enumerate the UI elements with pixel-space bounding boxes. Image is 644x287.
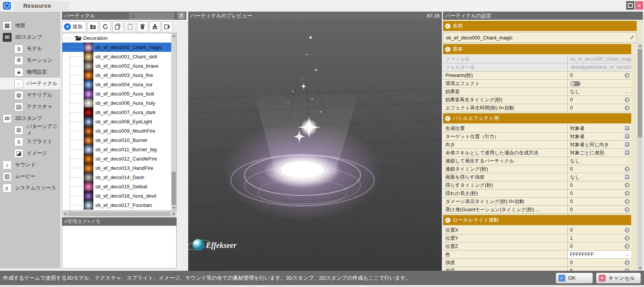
setting-value[interactable]: 0 [568,243,631,250]
setting-row[interactable]: 強度 0 [443,259,631,267]
scroll-left-button[interactable] [62,211,67,217]
scrollbar-thumb[interactable] [68,212,170,216]
setting-value[interactable]: なし→ [568,157,631,165]
setting-value[interactable]: 対象者 [568,125,631,132]
spinner-control[interactable] [625,244,630,249]
setting-value[interactable]: 対象者と同じ向き [568,141,631,149]
scroll-up-button[interactable] [171,33,176,38]
settings-section-header[interactable]: 基本 [443,44,631,54]
setting-row[interactable]: 揺れの長さ(秒) 0 [443,190,631,198]
spinner-control[interactable] [625,97,630,102]
particle-list-item[interactable]: sb_ef_deco011_Burner_big [62,145,176,154]
sidebar-item-7[interactable]: ▤ テクスチャ [0,101,60,113]
setting-value[interactable]: 5 [568,267,631,271]
sidebar-item-9[interactable]: ⊞ パターンアニメ [0,124,60,136]
setting-value[interactable]: 1 [568,234,631,242]
dropdown-control[interactable] [624,174,630,180]
spinner-control[interactable] [625,191,630,196]
sidebar-item-13[interactable]: ▥ ムービー [0,171,60,182]
setting-row[interactable]: エフェクト再生時間(秒) 0=自動 0 [443,104,631,112]
copy-button[interactable] [112,21,123,32]
setting-row[interactable]: 効果音再生タイミング(秒) 0 [443,96,631,104]
sidebar-item-12[interactable]: ♪ サウンド [0,159,60,171]
setting-row[interactable]: 連鎖タイミング(秒) 0 [443,165,631,173]
search-input[interactable] [136,14,170,19]
scrollbar-thumb[interactable] [638,49,642,137]
setting-row[interactable]: 受け身(Guardモーション)タイミング(秒) ... 0 [443,206,631,214]
dropdown-control[interactable] [624,133,630,139]
spinner-control[interactable] [625,207,630,212]
setting-value[interactable]: 0 [568,96,631,104]
particle-list-item[interactable]: sb_ef_deco000_Chant_magic [62,43,176,52]
setting-value[interactable]: 0 [568,104,631,112]
particle-list-item[interactable]: sb_ef_deco015_Defeat [62,182,176,191]
particle-list-item[interactable]: sb_ef_deco008_EyeLight [62,117,176,126]
particle-list-item[interactable]: sb_ef_deco005_Aura_bolt [62,89,176,98]
setting-value[interactable] [568,80,631,87]
scroll-right-button[interactable] [171,211,177,217]
export-button[interactable] [162,21,173,32]
setting-row[interactable]: 連鎖して発生するパーティクル なし→ [443,157,631,165]
particle-list-item[interactable]: sb_ef_deco013_HandFire [62,163,176,173]
detail-arrow-icon[interactable]: → [624,252,629,258]
setting-value[interactable]: 0 [568,181,631,189]
help-button[interactable]: ? [178,12,185,19]
add-button[interactable]: ＋ 追加 [62,21,86,32]
setting-row[interactable]: 位置Z 0 [443,243,631,251]
particle-list-item[interactable]: sb_ef_deco006_Aura_holy [62,98,176,108]
settings-section-header[interactable]: ローカルライト連動 [443,215,631,225]
setting-value[interactable]: 0 [568,72,631,79]
sidebar-item-5[interactable]: ◌ パーティクル [0,78,60,89]
dropdown-control[interactable] [624,150,630,155]
tree-horizontal-scrollbar[interactable] [62,211,177,217]
setting-row[interactable]: Prewarm(秒) 0 [443,72,631,80]
sidebar-item-14[interactable]: ♬ システムリソース [0,182,60,194]
spinner-control[interactable] [625,260,630,265]
particle-list-item[interactable]: sb_ef_deco016_Aura_devil [62,191,176,200]
sidebar-item-11[interactable]: ◪ イメージ [0,147,60,159]
close-button[interactable]: × [635,1,643,10]
setting-row[interactable]: 位置Y 1 [443,234,631,243]
tree-folder-decoration[interactable]: Decoration [62,33,176,43]
spinner-control[interactable] [625,73,630,78]
particle-list-item[interactable]: sb_ef_deco007_Aura_dark [62,108,176,117]
search-box[interactable] [129,13,174,19]
spinner-control[interactable] [625,183,630,188]
spinner-control[interactable] [625,236,630,241]
reload-button[interactable] [100,21,111,32]
particle-list-item[interactable]: sb_ef_deco002_Aura_brave [62,61,176,70]
spinner-control[interactable] [625,167,630,172]
dropdown-control[interactable] [624,125,630,131]
setting-row[interactable]: 色 FFFFFFFF→ [443,251,631,259]
settings-section-header[interactable]: 名前 [443,21,637,31]
sidebar-item-4[interactable]: ● 物理設定 [0,66,60,78]
ok-button[interactable]: ✓ OK [556,273,593,284]
setting-row[interactable]: 揺らすタイミング(秒) 0 [443,181,631,190]
setting-row[interactable]: ファイル名 sb_ef_deco000_Chant_magic.efk [443,55,631,63]
setting-row[interactable]: 環境エフェクト [443,80,631,88]
settings-vertical-scrollbar[interactable] [637,43,642,271]
dropdown-control[interactable] [624,142,630,147]
setting-value[interactable]: 0 [568,206,631,214]
setting-row[interactable]: 効果音 なし→ [443,88,631,96]
particle-list-item[interactable]: sb_ef_deco010_Burner [62,135,176,145]
setting-value[interactable]: なし→ [568,88,631,96]
particle-list-item[interactable]: sb_ef_deco003_Aura_fire [62,70,176,80]
setting-value[interactable]: 対象者 [568,133,631,140]
setting-value[interactable]: 0 [568,259,631,266]
setting-value[interactable]: 0 [568,165,631,173]
setting-row[interactable]: 生成位置 対象者 [443,125,631,133]
particle-list-item[interactable]: sb_ef_deco001_Chant_skill [62,52,176,61]
sidebar-item-2[interactable]: 9 モデル [0,43,60,55]
sidebar-item-1[interactable]: 3D 3Dスタンプ [0,31,60,43]
delete-button[interactable] [137,21,148,32]
sidebar-item-10[interactable]: λ スプライト [0,136,60,147]
scroll-up-button[interactable] [637,43,642,48]
sidebar-item-0[interactable]: ▦ 地形 [0,20,60,31]
setting-row[interactable]: ダメージ表示タイミング(秒) 0=自動 0 [443,198,631,206]
maximize-button[interactable] [626,1,634,10]
paste-button[interactable] [125,21,136,32]
setting-value[interactable]: FFFFFFFF→ [568,251,631,258]
cancel-button[interactable]: × キャンセル [596,273,641,284]
setting-row[interactable]: 半径 5 [443,267,631,271]
